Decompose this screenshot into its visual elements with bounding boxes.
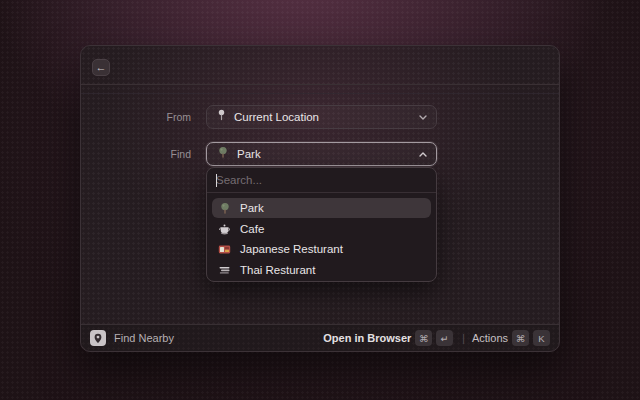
option-label: Japanese Resturant bbox=[240, 243, 343, 255]
dropdown-search[interactable] bbox=[207, 168, 436, 193]
return-keycap: ↵ bbox=[436, 330, 453, 346]
chevron-down-icon bbox=[418, 114, 428, 121]
footer-bar: Find Nearby Open in Browser ⌘ ↵ | Action… bbox=[81, 324, 559, 351]
find-nearby-app-icon bbox=[90, 330, 106, 346]
option-label: Cafe bbox=[240, 223, 264, 235]
cmd-keycap: ⌘ bbox=[512, 330, 529, 346]
command-title: Find Nearby bbox=[114, 332, 323, 344]
desktop-background: ← From Current Location Find Park bbox=[0, 0, 640, 400]
dropdown-option-list: Park Cafe Japanese Resturant bbox=[212, 198, 431, 280]
chevron-up-icon bbox=[418, 151, 428, 158]
k-keycap: K bbox=[533, 330, 550, 346]
option-cafe[interactable]: Cafe bbox=[212, 219, 431, 239]
footer-separator: | bbox=[462, 333, 465, 344]
find-label: Find bbox=[81, 142, 191, 166]
find-select-value: Park bbox=[237, 148, 418, 160]
from-select-value: Current Location bbox=[234, 111, 418, 123]
content-top-divider bbox=[81, 93, 559, 94]
tree-icon bbox=[218, 202, 231, 215]
dropdown-search-input[interactable] bbox=[216, 174, 427, 186]
actions-menu-button[interactable]: Actions bbox=[472, 332, 508, 344]
text-caret bbox=[216, 174, 217, 187]
open-in-browser-action[interactable]: Open in Browser bbox=[323, 332, 411, 344]
noodles-icon bbox=[218, 265, 231, 275]
option-thai-restaurant[interactable]: Thai Resturant bbox=[212, 260, 431, 280]
from-select[interactable]: Current Location bbox=[206, 105, 437, 129]
tree-icon bbox=[217, 145, 229, 163]
raycast-window: ← From Current Location Find Park bbox=[80, 45, 560, 352]
option-label: Park bbox=[240, 202, 264, 214]
location-pin-icon bbox=[217, 108, 226, 126]
find-select[interactable]: Park bbox=[206, 142, 437, 166]
from-label: From bbox=[81, 105, 191, 129]
bento-box-icon bbox=[218, 244, 231, 255]
option-japanese-restaurant[interactable]: Japanese Resturant bbox=[212, 239, 431, 259]
back-button[interactable]: ← bbox=[92, 59, 110, 76]
find-dropdown-panel: Park Cafe Japanese Resturant bbox=[206, 167, 437, 282]
coffee-pot-icon bbox=[218, 223, 231, 235]
option-park[interactable]: Park bbox=[212, 198, 431, 218]
header-divider bbox=[81, 84, 559, 85]
cmd-keycap: ⌘ bbox=[415, 330, 432, 346]
option-label: Thai Resturant bbox=[240, 264, 315, 276]
